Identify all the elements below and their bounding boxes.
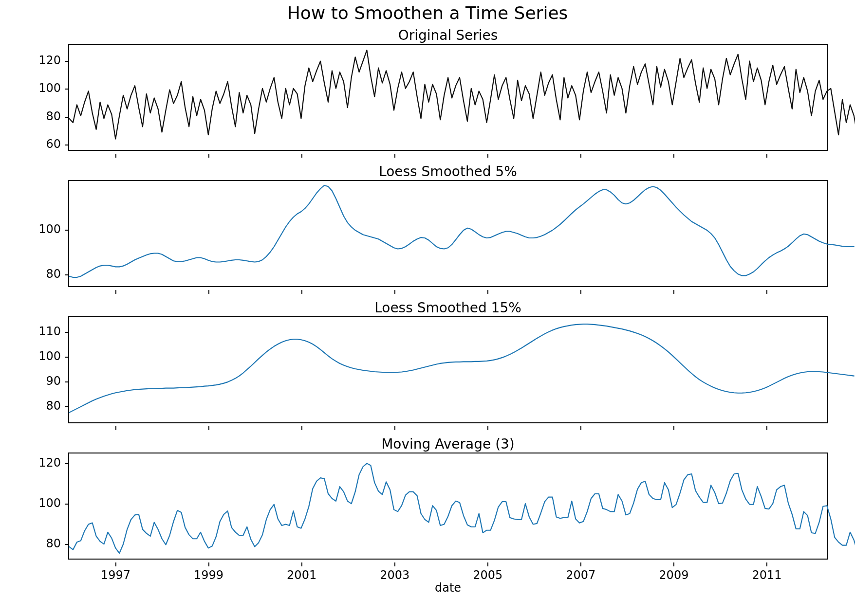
x-tick-mark	[115, 290, 116, 294]
x-tick-mark	[394, 426, 395, 430]
x-tick-mark	[208, 290, 209, 294]
x-tick-label: 2001	[287, 568, 316, 582]
y-tick-mark	[65, 544, 69, 545]
y-tick-label: 100	[38, 222, 61, 236]
x-tick-mark	[766, 154, 767, 158]
x-tick-mark	[301, 290, 302, 294]
panel-title: Original Series	[68, 27, 828, 43]
y-tick-mark	[65, 230, 69, 231]
x-tick-label: 1999	[194, 568, 223, 582]
x-tick-mark	[301, 562, 302, 566]
x-tick-mark	[487, 562, 488, 566]
figure: How to Smoothen a Time Series Original S…	[0, 0, 855, 616]
series-line	[69, 185, 854, 277]
x-tick-mark	[673, 426, 674, 430]
x-tick-mark	[208, 562, 209, 566]
y-tick-label: 100	[38, 349, 61, 363]
plot-area	[68, 316, 828, 423]
x-tick-label: 2009	[659, 568, 688, 582]
plot-area	[68, 44, 828, 151]
panel-loess5: Loess Smoothed 5%80100	[68, 180, 828, 287]
x-tick-label: 2005	[473, 568, 502, 582]
x-tick-mark	[208, 426, 209, 430]
x-tick-mark	[580, 154, 581, 158]
figure-suptitle: How to Smoothen a Time Series	[0, 3, 855, 23]
x-tick-mark	[673, 562, 674, 566]
x-tick-mark	[673, 154, 674, 158]
y-tick-label: 90	[46, 374, 61, 388]
x-tick-mark	[766, 290, 767, 294]
x-tick-mark	[115, 154, 116, 158]
panel-title: Loess Smoothed 5%	[68, 163, 828, 180]
x-tick-mark	[766, 562, 767, 566]
series-line	[69, 324, 854, 413]
y-tick-label: 100	[38, 81, 61, 95]
x-tick-mark	[394, 154, 395, 158]
x-tick-label: 1997	[101, 568, 130, 582]
panel-original: Original Series6080100120	[68, 44, 828, 151]
y-tick-mark	[65, 406, 69, 407]
y-tick-label: 110	[38, 325, 61, 338]
y-tick-label: 60	[46, 137, 61, 151]
series-svg	[69, 181, 827, 286]
x-tick-mark	[673, 290, 674, 294]
x-tick-mark	[487, 154, 488, 158]
panel-title: Moving Average (3)	[68, 436, 828, 452]
x-tick-mark	[487, 426, 488, 430]
y-tick-label: 80	[46, 537, 61, 550]
y-tick-mark	[65, 504, 69, 505]
x-tick-mark	[580, 426, 581, 430]
panel-ma3: Moving Average (3)1997199920012003200520…	[68, 453, 828, 560]
series-svg	[69, 317, 827, 422]
y-tick-mark	[65, 145, 69, 145]
x-tick-label: 2003	[380, 568, 409, 582]
y-tick-label: 100	[38, 496, 61, 510]
x-tick-mark	[580, 562, 581, 566]
series-svg	[69, 453, 827, 559]
plot-area: 19971999200120032005200720092011	[68, 453, 828, 560]
series-svg	[69, 45, 827, 150]
y-tick-mark	[65, 357, 69, 358]
y-tick-label: 120	[38, 54, 61, 67]
y-tick-mark	[65, 117, 69, 118]
y-tick-label: 80	[46, 399, 61, 413]
x-tick-label: 2011	[752, 568, 781, 582]
y-tick-mark	[65, 332, 69, 333]
x-tick-label: 2007	[566, 568, 595, 582]
x-tick-mark	[394, 290, 395, 294]
panel-title: Loess Smoothed 15%	[68, 300, 828, 316]
y-tick-mark	[65, 61, 69, 62]
y-tick-mark	[65, 463, 69, 464]
plot-area	[68, 180, 828, 287]
series-line	[69, 463, 855, 553]
x-tick-mark	[115, 562, 116, 566]
y-tick-label: 80	[46, 267, 61, 281]
x-tick-mark	[301, 154, 302, 158]
x-tick-mark	[766, 426, 767, 430]
x-tick-mark	[487, 290, 488, 294]
series-line	[69, 50, 855, 139]
x-tick-mark	[301, 426, 302, 430]
y-tick-mark	[65, 274, 69, 275]
y-tick-label: 120	[38, 456, 61, 470]
y-tick-mark	[65, 381, 69, 382]
x-tick-mark	[115, 426, 116, 430]
y-tick-label: 80	[46, 109, 61, 123]
x-axis-label: date	[68, 581, 828, 595]
panel-loess15: Loess Smoothed 15%8090100110	[68, 316, 828, 423]
y-tick-mark	[65, 89, 69, 90]
x-tick-mark	[208, 154, 209, 158]
x-tick-mark	[394, 562, 395, 566]
x-tick-mark	[580, 290, 581, 294]
